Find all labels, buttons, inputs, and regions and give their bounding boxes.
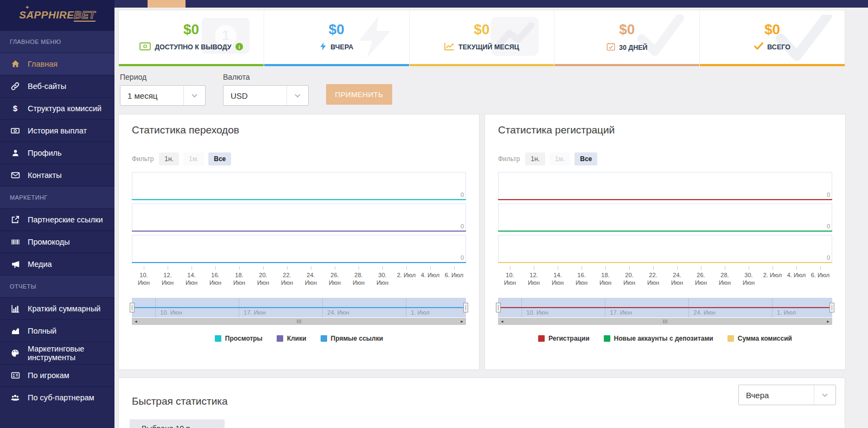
- card-label: ТЕКУЩИЙ МЕСЯЦ: [458, 43, 519, 51]
- series-line: [132, 262, 466, 263]
- navigator-left-handle[interactable]: [130, 303, 135, 312]
- chart-scrollbar[interactable]: ◄►: [498, 318, 832, 325]
- chart-scrollbar[interactable]: ◄►: [132, 318, 466, 325]
- tick-mark: [701, 266, 701, 270]
- tick-mark: [454, 266, 455, 270]
- navigator-right-handle[interactable]: [463, 303, 468, 312]
- legend-swatch: [321, 335, 327, 342]
- sidebar-item-brief-summary[interactable]: Краткий суммарный: [0, 297, 114, 320]
- navigator-right-handle[interactable]: [829, 303, 834, 312]
- sidebar-item-by-players[interactable]: По игрокам: [0, 364, 114, 386]
- user-icon: [10, 149, 21, 157]
- legend-item[interactable]: Сумма комиссий: [727, 335, 792, 342]
- sidebar-item-partner-links[interactable]: Партнерские ссылки: [0, 208, 114, 231]
- quick-stats-period-select[interactable]: Вчера: [738, 385, 836, 405]
- scroll-right-icon[interactable]: ►: [826, 320, 830, 323]
- sidebar-item-contacts[interactable]: Контакты: [0, 164, 114, 186]
- dollar-icon: $: [10, 104, 21, 113]
- top-bar: [114, 0, 868, 8]
- quick-stats-tab[interactable]: Выбрано 10 п: [130, 419, 225, 428]
- x-axis-label: 18.Июн: [227, 272, 251, 287]
- sidebar-item-commission-structure[interactable]: $ Структура комиссий: [0, 97, 114, 119]
- series-line: [132, 231, 466, 232]
- sidebar-item-payout-history[interactable]: История выплат: [0, 119, 114, 142]
- card-yesterday: $0 ВЧЕРА: [264, 10, 409, 66]
- tick-mark: [534, 266, 534, 270]
- tick-mark: [820, 266, 821, 270]
- top-bar-tab[interactable]: [148, 0, 186, 8]
- sidebar-item-marketing-tools[interactable]: Маркетинговые инструменты: [0, 342, 114, 364]
- legend-item[interactable]: Клики: [277, 335, 307, 342]
- sidebar-item-label: По суб-партнерам: [28, 393, 94, 402]
- banknote-icon: [139, 42, 151, 52]
- x-axis-label: 10.Июн: [498, 272, 522, 287]
- sidebar-section-reports: ОТЧЕТЫ: [0, 275, 114, 297]
- filter-1month-button[interactable]: 1м.: [183, 152, 204, 165]
- navigator-label: 24. Июн: [327, 309, 349, 316]
- sidebar-item-promocodes[interactable]: Промокоды: [0, 231, 114, 253]
- scrollbar-grip[interactable]: [297, 320, 301, 323]
- legend-swatch: [727, 335, 734, 342]
- card-value: $0: [554, 21, 699, 38]
- legend-item[interactable]: Просмотры: [215, 335, 263, 342]
- sidebar-item-home[interactable]: Главная: [0, 53, 114, 75]
- sidebar-item-websites[interactable]: Веб-сайты: [0, 75, 114, 97]
- chart-navigator: 10. Июн17. Июн24. Июн1. Июл: [132, 298, 466, 317]
- card-value: $0: [700, 21, 845, 38]
- card-value: $0: [264, 21, 409, 38]
- chart-navigator: 10. Июн17. Июн24. Июн1. Июл: [498, 298, 832, 317]
- x-axis-label: 26.Июн: [689, 272, 713, 287]
- x-axis-label: 12.Июн: [156, 272, 180, 287]
- tick-mark: [144, 266, 144, 270]
- navigator-left-handle[interactable]: [496, 303, 501, 312]
- apply-button[interactable]: ПРИМЕНИТЬ: [326, 84, 392, 105]
- scroll-left-icon[interactable]: ◄: [500, 320, 504, 323]
- info-icon[interactable]: i: [235, 43, 243, 52]
- brand-logo[interactable]: ✦ ✦ SAPPHIREBET: [0, 0, 114, 30]
- filter-1month-button[interactable]: 1м.: [550, 152, 570, 165]
- sidebar-item-label: По игрокам: [28, 371, 69, 380]
- sidebar-item-label: Полный: [28, 327, 56, 335]
- tick-mark: [773, 266, 773, 270]
- sidebar-item-profile[interactable]: Профиль: [0, 142, 114, 164]
- card-30-days: $0 30 ДНЕЙ: [554, 10, 699, 66]
- y-value-label: 0: [461, 191, 464, 198]
- sidebar-item-media[interactable]: Медиа: [0, 253, 114, 275]
- megaphone-icon: [10, 260, 21, 269]
- currency-select[interactable]: USD: [223, 85, 309, 106]
- chart-panes: 000: [132, 172, 466, 263]
- card-accent-bar: [554, 64, 699, 66]
- period-select[interactable]: 1 месяц: [120, 85, 206, 106]
- legend-label: Клики: [287, 335, 307, 342]
- card-label: ВСЕГО: [767, 43, 790, 51]
- sidebar-item-label: История выплат: [28, 126, 87, 135]
- filter-1week-button[interactable]: 1н.: [525, 152, 545, 165]
- legend-item[interactable]: Прямые ссылки: [321, 335, 384, 342]
- legend-item[interactable]: Регистрации: [538, 335, 589, 342]
- svg-text:$: $: [13, 104, 18, 113]
- filter-all-button[interactable]: Все: [575, 152, 597, 165]
- section-label: ГЛАВНОЕ МЕНЮ: [10, 39, 61, 45]
- sidebar-item-label: Контакты: [28, 171, 62, 180]
- chart-legend: ПросмотрыКликиПрямые ссылки: [132, 335, 466, 342]
- navigator-label: 17. Июн: [244, 309, 266, 316]
- scroll-left-icon[interactable]: ◄: [134, 320, 138, 323]
- check-icon: [754, 42, 763, 52]
- scrollbar-grip[interactable]: [663, 320, 667, 323]
- filters-bar: Период 1 месяц Валюта USD ПРИМЕНИТЬ: [120, 73, 392, 106]
- x-axis-label: 28.Июн: [713, 272, 737, 287]
- svg-text:i: i: [238, 43, 240, 49]
- tick-mark: [287, 266, 288, 270]
- x-axis-label: 30.Июн: [737, 272, 761, 287]
- tick-mark: [263, 266, 264, 270]
- tick-mark: [677, 266, 678, 270]
- filter-1week-button[interactable]: 1н.: [159, 152, 179, 165]
- tick-mark: [311, 266, 311, 270]
- filter-all-button[interactable]: Все: [208, 152, 231, 165]
- sidebar-item-full-report[interactable]: Полный: [0, 320, 114, 342]
- sparkle-icon: ✦: [31, 10, 34, 14]
- scroll-right-icon[interactable]: ►: [460, 320, 464, 323]
- tick-mark: [215, 266, 216, 270]
- sidebar-item-by-subpartners[interactable]: По суб-партнерам: [0, 386, 114, 408]
- legend-item[interactable]: Новые аккаунты с депозитами: [604, 335, 713, 342]
